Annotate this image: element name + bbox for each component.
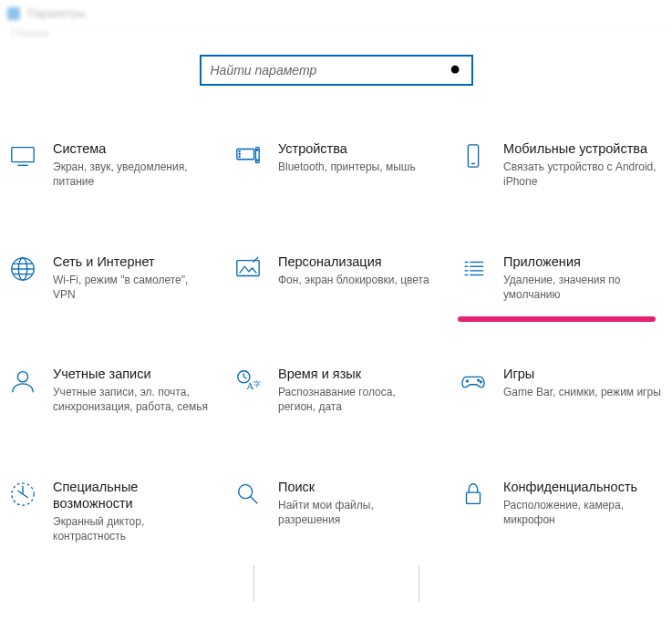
tile-title: Сеть и Интернет	[53, 253, 211, 270]
svg-point-7	[239, 156, 240, 157]
svg-point-35	[481, 381, 482, 383]
search-cat-icon	[233, 479, 264, 510]
tile-title: Конфиденциальность	[503, 479, 661, 495]
svg-point-9	[257, 150, 259, 151]
tile-title: Устройства	[278, 140, 436, 157]
privacy-icon	[458, 479, 489, 510]
svg-rect-18	[237, 260, 259, 275]
accounts-icon	[7, 366, 38, 397]
tile-desc: Bluetooth, принтеры, мышь	[278, 160, 436, 174]
footer-dividers	[0, 565, 672, 602]
tile-ease[interactable]: Специальные возможности Экранный диктор,…	[7, 479, 214, 544]
tile-accounts[interactable]: Учетные записи Учетные записи, эл. почта…	[7, 366, 214, 415]
tile-desc: Найти мои файлы, разрешения	[278, 498, 436, 527]
tile-title: Специальные возможности	[53, 479, 211, 512]
settings-grid: Система Экран, звук, уведомления, питани…	[0, 140, 672, 543]
tile-title: Персонализация	[278, 253, 436, 270]
svg-point-5	[239, 151, 240, 152]
tile-desc: Wi-Fi, режим "в самолете", VPN	[53, 273, 211, 302]
network-icon	[7, 253, 38, 284]
tile-time[interactable]: A字 Время и язык Распознавание голоса, ре…	[233, 366, 439, 415]
highlight-underline	[458, 316, 656, 322]
mobile-icon	[458, 140, 489, 171]
tile-title: Система	[53, 140, 211, 157]
tile-desc: Связать устройство с Android, iPhone	[503, 160, 661, 189]
divider	[419, 565, 419, 602]
gaming-icon	[458, 366, 489, 397]
ease-icon	[7, 479, 38, 510]
search-container: Найти параметр	[0, 55, 672, 86]
tile-title: Поиск	[278, 479, 436, 495]
tile-desc: Экран, звук, уведомления, питание	[53, 160, 211, 189]
tile-personalization[interactable]: Персонализация Фон, экран блокировки, цв…	[233, 253, 439, 303]
tile-devices[interactable]: Устройства Bluetooth, принтеры, мышь	[233, 140, 439, 190]
tile-title: Время и язык	[278, 366, 436, 382]
tile-gaming[interactable]: Игры Game Bar, снимки, режим игры	[458, 366, 665, 415]
svg-point-10	[257, 160, 259, 161]
search-input[interactable]: Найти параметр	[200, 55, 473, 86]
tile-system[interactable]: Система Экран, звук, уведомления, питани…	[7, 140, 214, 190]
tile-network[interactable]: Сеть и Интернет Wi-Fi, режим "в самолете…	[7, 253, 214, 303]
devices-icon	[233, 140, 264, 171]
window-titlebar: Параметры	[0, 0, 672, 27]
search-placeholder: Найти параметр	[211, 63, 450, 78]
window-icon	[7, 7, 20, 20]
svg-point-6	[239, 154, 240, 155]
tile-title: Игры	[503, 366, 661, 382]
tile-desc: Расположение, камера, микрофон	[503, 498, 661, 527]
tile-desc: Фон, экран блокировки, цвета	[278, 273, 436, 287]
svg-line-1	[458, 73, 461, 77]
tile-desc: Распознавание голоса, регион, дата	[278, 385, 436, 414]
tile-apps[interactable]: Приложения Удаление, значения по умолчан…	[458, 253, 665, 303]
tile-desc: Учетные записи, эл. почта, синхронизация…	[53, 385, 211, 414]
svg-point-39	[239, 484, 253, 498]
tile-desc: Game Bar, снимки, режим игры	[503, 385, 661, 399]
svg-line-31	[243, 377, 246, 378]
tile-title: Учетные записи	[53, 366, 211, 382]
tile-desc: Экранный диктор, контрастность	[53, 514, 211, 543]
breadcrumb: Главная	[0, 27, 672, 46]
svg-line-19	[253, 256, 259, 262]
apps-icon	[458, 253, 489, 284]
tile-mobile[interactable]: Мобильные устройства Связать устройство …	[458, 140, 665, 190]
svg-rect-41	[467, 492, 481, 503]
svg-text:字: 字	[253, 380, 261, 388]
time-icon: A字	[233, 366, 264, 397]
tile-privacy[interactable]: Конфиденциальность Расположение, камера,…	[458, 479, 665, 544]
search-icon	[450, 64, 462, 77]
svg-point-0	[450, 66, 459, 74]
system-icon	[7, 140, 38, 171]
personalization-icon	[233, 253, 264, 284]
svg-point-34	[478, 379, 480, 381]
window-title: Параметры	[27, 7, 86, 20]
svg-rect-2	[12, 148, 34, 162]
tile-search[interactable]: Поиск Найти мои файлы, разрешения	[233, 479, 439, 544]
divider	[253, 565, 254, 602]
tile-title: Приложения	[503, 253, 661, 270]
tile-desc: Удаление, значения по умолчанию	[503, 273, 661, 302]
tile-title: Мобильные устройства	[503, 140, 661, 157]
svg-line-40	[251, 496, 258, 503]
svg-point-28	[17, 372, 27, 382]
